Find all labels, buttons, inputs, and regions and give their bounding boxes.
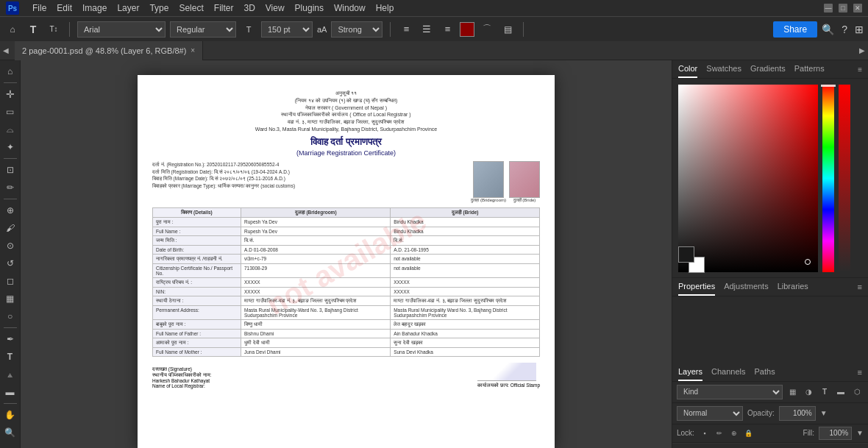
text-tool[interactable]: T <box>2 349 18 365</box>
text-tool-icon[interactable]: T <box>25 21 41 38</box>
document-tab[interactable]: 2 page-0001.psd @ 48.8% (Layer 6, RGB/8#… <box>15 41 203 60</box>
properties-menu[interactable]: ≡ <box>858 282 862 291</box>
workspace-icon[interactable]: ⊞ <box>855 24 864 35</box>
color-panel-tabs: Color Swatches Gradients Patterns ≡ <box>672 60 868 79</box>
anti-alias-select[interactable]: Strong <box>331 21 383 38</box>
layers-menu[interactable]: ≡ <box>858 368 862 377</box>
adjustments-tab[interactable]: Adjustments <box>724 278 769 296</box>
type-filter-icon[interactable]: T <box>818 385 831 399</box>
menu-filter[interactable]: Filter <box>214 3 234 13</box>
magic-wand-tool[interactable]: ✦ <box>2 139 18 155</box>
healing-tool[interactable]: ⊕ <box>2 202 18 218</box>
history-tool[interactable]: ↺ <box>2 255 18 271</box>
align-left-button[interactable]: ≡ <box>398 21 414 38</box>
shape-tool[interactable]: ▬ <box>2 384 18 400</box>
font-family-select[interactable]: Arial <box>77 21 166 38</box>
help-icon[interactable]: ? <box>842 24 847 35</box>
menu-file[interactable]: File <box>32 3 46 13</box>
fill-input[interactable] <box>819 427 852 440</box>
shape-filter-icon[interactable]: ▬ <box>834 385 847 399</box>
marquee-tool[interactable]: ▭ <box>2 104 18 120</box>
brush-tool[interactable]: 🖌 <box>2 220 18 236</box>
gradient-tool[interactable]: ▦ <box>2 291 18 307</box>
menu-type[interactable]: Type <box>149 3 168 13</box>
hand-tool[interactable]: ✋ <box>2 407 18 423</box>
lock-position-icon[interactable]: ✏ <box>714 427 725 439</box>
cert-cell-12-bride: सुना देवी खड्का <box>391 338 540 347</box>
warp-text-icon[interactable]: ⌒ <box>479 21 495 38</box>
signature-label: दस्तखत (Signature) <box>152 366 477 372</box>
font-size-select[interactable]: 150 pt <box>261 21 313 38</box>
color-picker-area[interactable] <box>672 79 868 277</box>
home-tool[interactable]: ⌂ <box>2 63 18 79</box>
alpha-slider[interactable] <box>839 85 850 272</box>
hue-slider[interactable] <box>822 85 834 272</box>
opacity-input[interactable] <box>779 406 816 421</box>
canvas-area[interactable]: not available अनुसूची ११ (नियम १४ को उपन… <box>21 60 672 448</box>
cert-cell-2-groom: वि.सं. <box>241 235 391 245</box>
eyedropper-tool[interactable]: ✏ <box>2 179 18 196</box>
cert-cell-11-detail: Full Name of Father : <box>153 329 241 338</box>
foreground-color-swatch[interactable] <box>678 246 694 263</box>
tab-left-arrow[interactable]: ◀ <box>3 46 9 54</box>
color-panel: Color Swatches Gradients Patterns ≡ <box>672 60 868 278</box>
libraries-tab[interactable]: Libraries <box>778 278 808 296</box>
paths-tab[interactable]: Paths <box>755 363 775 381</box>
cert-header-line5: वडा नं. ३, माष्टा गाउँपालिका, बझाङ जिल्ल… <box>152 118 540 126</box>
blend-mode-select[interactable]: Normal <box>677 406 743 421</box>
color-panel-collapse[interactable]: ≡ <box>858 65 862 74</box>
color-spectrum[interactable] <box>678 85 818 272</box>
clone-tool[interactable]: ⊙ <box>2 238 18 254</box>
channels-tab[interactable]: Channels <box>711 363 745 381</box>
properties-tab[interactable]: Properties <box>678 278 715 296</box>
zoom-tool[interactable]: 🔍 <box>2 424 18 441</box>
font-style-select[interactable]: Regular <box>170 21 236 38</box>
menu-edit[interactable]: Edit <box>57 3 72 13</box>
minimize-button[interactable]: — <box>824 4 833 13</box>
maximize-button[interactable]: □ <box>839 4 847 13</box>
cert-cell-1-groom: Rupesh Ya Dev <box>241 227 391 235</box>
color-tab[interactable]: Color <box>678 60 697 78</box>
gradients-tab[interactable]: Gradients <box>750 60 786 78</box>
lock-all-icon[interactable]: 🔒 <box>743 427 755 439</box>
lock-artboard-icon[interactable]: ⊕ <box>728 427 740 439</box>
crop-tool[interactable]: ⊡ <box>2 162 18 178</box>
layer-kind-filter[interactable]: Kind <box>677 385 783 399</box>
cert-table-row: स्थायी ठेगाना :माष्टा गाउँपालिका-वडा नं.… <box>153 296 540 305</box>
menu-window[interactable]: Window <box>334 3 366 13</box>
align-right-button[interactable]: ≡ <box>439 21 455 38</box>
swatches-tab[interactable]: Swatches <box>706 60 741 78</box>
menu-layer[interactable]: Layer <box>117 3 139 13</box>
document-tab-close[interactable]: × <box>191 46 195 54</box>
menu-help[interactable]: Help <box>376 3 394 13</box>
menu-plugins[interactable]: Plugins <box>295 3 324 13</box>
lock-pixels-icon[interactable]: ▪ <box>699 427 711 439</box>
cert-cell-4-bride: not available <box>391 254 540 263</box>
path-tool[interactable]: ⟁ <box>2 366 18 383</box>
dodge-tool[interactable]: ○ <box>2 308 18 324</box>
move-tool-icon[interactable]: ⌂ <box>4 21 21 38</box>
pixel-filter-icon[interactable]: ▦ <box>786 385 799 399</box>
eraser-tool[interactable]: ◻ <box>2 273 18 289</box>
search-icon[interactable]: 🔍 <box>822 24 834 35</box>
patterns-tab[interactable]: Patterns <box>794 60 825 78</box>
align-center-button[interactable]: ☰ <box>419 21 435 38</box>
pen-tool[interactable]: ✒ <box>2 331 18 347</box>
share-button[interactable]: Share <box>773 21 817 38</box>
layers-tab[interactable]: Layers <box>678 363 702 381</box>
close-button[interactable]: ✕ <box>853 4 862 13</box>
cert-cell-1-detail: Full Name : <box>153 227 241 235</box>
character-panel-icon[interactable]: ▤ <box>499 21 516 38</box>
tab-right-arrow[interactable]: ▶ <box>859 46 865 54</box>
lasso-tool[interactable]: ⌓ <box>2 121 18 138</box>
smart-filter-icon[interactable]: ⬡ <box>850 385 864 399</box>
lock-label: Lock: <box>677 429 694 437</box>
text-size-icon[interactable]: T↕ <box>46 21 62 38</box>
menu-select[interactable]: Select <box>179 3 203 13</box>
move-tool[interactable]: ✛ <box>2 86 18 102</box>
menu-image[interactable]: Image <box>82 3 107 13</box>
menu-view[interactable]: View <box>266 3 285 13</box>
text-color-swatch[interactable] <box>460 22 474 37</box>
menu-3d[interactable]: 3D <box>243 3 255 13</box>
adjustment-filter-icon[interactable]: ◑ <box>802 385 815 399</box>
